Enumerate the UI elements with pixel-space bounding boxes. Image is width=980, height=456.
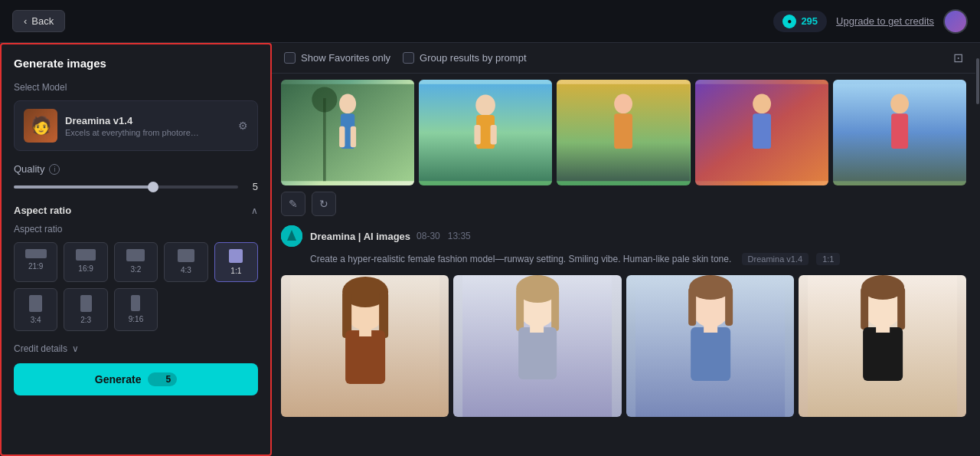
show-favorites-checkbox[interactable]: Show Favorites only <box>284 52 390 64</box>
refresh-icon: ↻ <box>319 198 328 210</box>
aspect-ratio-title: Aspect ratio <box>14 205 71 216</box>
aspect-btn-16-9[interactable]: 16:9 <box>64 242 107 282</box>
aspect-btn-9-16[interactable]: 9:16 <box>114 288 158 331</box>
aspect-btn-1-1[interactable]: 1:1 <box>214 242 258 282</box>
credit-details-chevron-icon: ∨ <box>72 343 79 354</box>
quality-slider-fill <box>14 185 153 189</box>
prompt-user-avatar <box>281 225 302 247</box>
svg-rect-47 <box>861 287 868 330</box>
anime-img-placeholder-5 <box>833 80 966 185</box>
anime-image-4 <box>695 80 828 185</box>
quality-value: 5 <box>246 181 258 192</box>
model-thumbnail: 🧑 <box>24 109 57 143</box>
aspect-ratio-collapse-icon[interactable]: ∧ <box>251 205 258 216</box>
toolbar-left: Show Favorites only Group results by pro… <box>284 52 527 64</box>
anime-img-placeholder-2 <box>419 80 552 185</box>
aspect-btn-3-2[interactable]: 3:2 <box>114 242 158 282</box>
prompt-ratio-tag: 1:1 <box>816 253 840 265</box>
anime-image-row <box>281 80 966 185</box>
quality-slider-track[interactable] <box>14 185 238 189</box>
aspect-shape-3-4 <box>29 295 42 312</box>
anime-image-1 <box>281 80 414 185</box>
svg-rect-42 <box>691 327 730 381</box>
prompt-section-1: Dreamina | AI images 08-30 13:35 Create … <box>281 225 966 266</box>
model-desc: Excels at everything from photoreali... <box>65 128 203 137</box>
refresh-icon-button[interactable]: ↻ <box>312 192 336 216</box>
svg-rect-33 <box>516 289 524 331</box>
svg-rect-5 <box>339 126 345 148</box>
credit-details-row[interactable]: Credit details ∨ <box>14 343 258 354</box>
topbar: ‹ Back ● 295 Upgrade to get credits <box>0 0 980 43</box>
aspect-label-1-1: 1:1 <box>230 267 241 275</box>
group-results-checkbox-box[interactable] <box>403 52 414 64</box>
main-layout: Generate images Select Model 🧑 Dreamina … <box>0 43 980 456</box>
show-favorites-label: Show Favorites only <box>301 52 390 64</box>
anime-img-placeholder-1 <box>281 80 414 185</box>
generate-button[interactable]: Generate 5 <box>14 363 258 395</box>
svg-rect-14 <box>615 113 633 149</box>
aspect-ratio-grid-bottom: 3:4 2:3 9:16 <box>14 288 258 331</box>
fashion-image-4 <box>799 275 966 417</box>
edit-icon: ✎ <box>289 198 298 210</box>
aspect-label-16-9: 16:9 <box>78 264 93 273</box>
sidebar: Generate images Select Model 🧑 Dreamina … <box>0 43 272 456</box>
model-name: Dreamina v1.4 <box>65 115 230 126</box>
group-results-checkbox[interactable]: Group results by prompt <box>403 52 526 64</box>
svg-rect-48 <box>897 287 905 330</box>
back-button[interactable]: ‹ Back <box>12 10 65 32</box>
svg-point-8 <box>475 94 495 116</box>
svg-point-13 <box>615 94 633 114</box>
aspect-btn-21-9[interactable]: 21:9 <box>14 242 57 282</box>
svg-point-3 <box>339 94 356 114</box>
aspect-shape-9-16 <box>131 295 140 311</box>
svg-rect-40 <box>688 287 696 326</box>
svg-rect-43 <box>704 325 717 333</box>
scroll-thumb <box>976 58 979 104</box>
aspect-btn-2-3[interactable]: 2:3 <box>64 288 107 331</box>
aspect-ratio-sub-label: Aspect ratio <box>14 224 258 235</box>
model-card[interactable]: 🧑 Dreamina v1.4 Excels at everything fro… <box>14 100 258 151</box>
aspect-label-4-3: 4:3 <box>181 266 191 274</box>
fashion-image-1 <box>281 275 449 417</box>
credits-count: 295 <box>801 15 818 27</box>
upgrade-button[interactable]: Upgrade to get credits <box>836 15 934 27</box>
generate-credit-icon <box>154 375 163 384</box>
svg-rect-41 <box>725 287 733 326</box>
svg-rect-17 <box>753 113 771 149</box>
group-results-label: Group results by prompt <box>420 52 526 64</box>
svg-rect-6 <box>351 126 356 148</box>
aspect-label-9-16: 9:16 <box>129 315 143 323</box>
action-row-1: ✎ ↻ <box>281 192 966 216</box>
aspect-shape-3-2 <box>126 249 145 261</box>
aspect-label-3-2: 3:2 <box>131 265 142 274</box>
svg-rect-36 <box>530 325 544 333</box>
generate-label: Generate <box>95 373 142 385</box>
svg-point-19 <box>890 94 909 114</box>
svg-rect-50 <box>876 325 890 333</box>
edit-icon-button[interactable]: ✎ <box>281 192 305 216</box>
scrollbar[interactable] <box>975 43 980 456</box>
show-favorites-checkbox-box[interactable] <box>284 52 296 64</box>
quality-slider-thumb[interactable] <box>148 182 158 192</box>
prompt-header-1: Dreamina | AI images 08-30 13:35 <box>281 225 966 247</box>
svg-rect-11 <box>491 125 497 145</box>
prompt-text-1: Create a hyper-realistic female fashion … <box>310 253 966 266</box>
save-layout-icon[interactable]: ⊡ <box>953 51 963 65</box>
anime-image-3 <box>557 80 690 185</box>
topbar-right: ● 295 Upgrade to get credits <box>773 9 968 34</box>
back-arrow-icon: ‹ <box>24 15 27 27</box>
aspect-shape-2-3 <box>80 295 92 312</box>
aspect-ratio-grid-top: 21:9 16:9 3:2 4:3 1:1 <box>14 242 258 282</box>
svg-rect-20 <box>891 113 908 149</box>
svg-point-2 <box>312 87 337 112</box>
aspect-btn-4-3[interactable]: 4:3 <box>164 242 207 282</box>
aspect-btn-3-4[interactable]: 3:4 <box>14 288 57 331</box>
svg-rect-10 <box>475 125 481 145</box>
aspect-shape-21-9 <box>25 249 47 258</box>
aspect-shape-1-1 <box>229 249 243 263</box>
anime-img-placeholder-3 <box>557 80 690 185</box>
quality-info-icon: i <box>49 164 60 175</box>
svg-rect-29 <box>359 327 371 336</box>
user-avatar[interactable] <box>943 9 968 34</box>
model-settings-icon[interactable]: ⚙ <box>238 120 248 132</box>
